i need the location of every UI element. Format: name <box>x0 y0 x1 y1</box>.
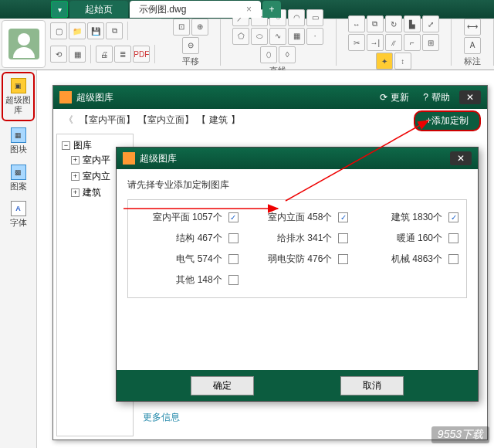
checkbox-row[interactable]: 弱电安防 476个 <box>246 253 349 266</box>
copy-button[interactable]: ⧉ <box>367 15 384 32</box>
ribbon-group-modify: ↔ ⧉ ↻ ▙ ⤢ ✂ →| ⫽ ⌐ ⊞ ✦ ↕ <box>337 19 452 66</box>
checkbox-label: 结构 467个 <box>176 232 222 245</box>
checkbox[interactable] <box>228 233 239 243</box>
checkbox[interactable] <box>228 275 239 285</box>
user-avatar[interactable] <box>2 20 46 68</box>
rotate-button[interactable]: ↻ <box>385 15 402 32</box>
checkbox-label: 室内平面 1057个 <box>153 211 222 224</box>
spline-button[interactable]: ∿ <box>269 28 286 45</box>
checkbox[interactable] <box>448 254 458 264</box>
ok-button[interactable]: 确定 <box>191 376 254 395</box>
dropdown-button[interactable]: ▾ <box>51 1 68 18</box>
dim-linear-button[interactable]: ⟷ <box>464 19 481 36</box>
layers-button[interactable]: ≣ <box>114 46 131 63</box>
tab-label: 起始页 <box>85 3 113 16</box>
new-tab-button[interactable]: + <box>262 1 281 18</box>
hatch-button[interactable]: ▦ <box>288 28 305 45</box>
tab-start[interactable]: 起始页 <box>69 1 128 18</box>
pdf-button[interactable]: PDF <box>133 46 150 63</box>
expand-icon[interactable]: + <box>71 172 80 181</box>
breadcrumb-item[interactable]: 【室内平面】 <box>80 114 135 127</box>
panel-title: 超级图库 <box>76 91 113 104</box>
checkbox[interactable]: ✓ <box>228 212 239 222</box>
sidebar-item-label: 图案 <box>10 182 27 192</box>
cancel-button[interactable]: 取消 <box>340 376 404 395</box>
checkbox[interactable] <box>228 254 239 264</box>
trim-button[interactable]: ✂ <box>348 34 365 51</box>
checkbox-row[interactable]: 室内立面 458个✓ <box>246 211 349 224</box>
checkbox[interactable]: ✓ <box>338 212 348 222</box>
polygon-button[interactable]: ⬠ <box>232 28 249 45</box>
checkbox-row[interactable]: 结构 467个 <box>136 232 239 245</box>
expand-icon[interactable]: + <box>71 156 80 165</box>
help-label: 帮助 <box>431 91 450 104</box>
undo-button[interactable]: ⟲ <box>50 46 67 63</box>
refresh-button[interactable]: ⟳ 更新 <box>375 91 414 104</box>
checkbox[interactable] <box>338 254 348 264</box>
point-button[interactable]: · <box>306 28 323 45</box>
panel-icon <box>59 91 72 104</box>
ellipse2-button[interactable]: ⬯ <box>260 46 277 63</box>
scale-button[interactable]: ⤢ <box>422 15 439 32</box>
checkbox[interactable] <box>448 233 458 243</box>
add-custom-button[interactable]: +添加定制 <box>414 110 481 131</box>
close-icon[interactable]: × <box>246 4 252 15</box>
ribbon: ▢ 📁 💾 ⧉ ⟲ ▦ 🖨 ≣ PDF ⊡ ⊕ ⊖ 平移 ／ <box>0 19 494 70</box>
breadcrumb-back[interactable]: 《 <box>61 114 76 127</box>
new-file-button[interactable]: ▢ <box>50 22 67 39</box>
zoom-in-button[interactable]: ⊕ <box>191 19 208 36</box>
zoom-window-button[interactable]: ⊡ <box>173 19 190 36</box>
tab-active-file[interactable]: 示例图.dwg × <box>130 1 261 18</box>
sidebar-item-blocks[interactable]: ▦ 图块 <box>0 123 36 159</box>
breadcrumb-item: 】 <box>231 114 240 127</box>
stretch-button[interactable]: ↕ <box>394 53 411 70</box>
blocks-icon: ▦ <box>11 127 26 143</box>
sidebar-item-super-library[interactable]: ▣ 超级图库 <box>2 72 35 121</box>
checkbox[interactable] <box>338 233 348 243</box>
mirror-button[interactable]: ▙ <box>404 15 421 32</box>
arc-button[interactable]: ◠ <box>288 9 305 26</box>
offset-button[interactable]: ⫽ <box>385 34 402 51</box>
dialog-close-button[interactable]: ✕ <box>450 151 472 165</box>
breadcrumb-item[interactable]: 建筑 <box>209 114 228 127</box>
tree-node-label: 建筑 <box>83 186 101 199</box>
sidebar-item-fonts[interactable]: 字体 <box>0 196 36 232</box>
checkbox-row[interactable]: 给排水 341个 <box>246 232 349 245</box>
dialog-title: 超级图库 <box>140 152 177 165</box>
checkbox-label: 电气 574个 <box>176 253 222 266</box>
zoom-out-button[interactable]: ⊖ <box>182 37 199 54</box>
checkbox-row[interactable]: 室内平面 1057个✓ <box>136 211 239 224</box>
checkbox-label: 其他 148个 <box>176 273 222 287</box>
extend-button[interactable]: →| <box>367 34 384 51</box>
help-button[interactable]: ? 帮助 <box>418 91 455 104</box>
close-button[interactable]: ✕ <box>459 90 481 104</box>
open-file-button[interactable]: 📁 <box>69 22 86 39</box>
region-button[interactable]: ◊ <box>279 46 296 63</box>
checkbox-row[interactable]: 电气 574个 <box>136 253 239 266</box>
redo-button[interactable]: ▦ <box>69 46 86 63</box>
print-button[interactable]: 🖨 <box>96 46 113 63</box>
checkbox-row[interactable]: 其他 148个 <box>136 273 239 287</box>
dialog-prompt: 请先择专业添加定制图库 <box>127 178 467 192</box>
move-button[interactable]: ↔ <box>348 15 365 32</box>
text-button[interactable]: A <box>464 37 481 54</box>
watermark: 9553下载 <box>431 426 489 443</box>
sidebar-item-patterns[interactable]: ▩ 图案 <box>0 160 36 196</box>
collapse-icon[interactable]: − <box>62 141 70 150</box>
save-button[interactable]: 💾 <box>87 22 104 39</box>
checkbox-row[interactable]: 建筑 1830个✓ <box>356 211 458 224</box>
expand-icon[interactable]: + <box>71 188 80 197</box>
checkbox-row[interactable]: 机械 4863个 <box>356 253 458 266</box>
checkbox-row[interactable]: 暖通 160个 <box>356 232 458 245</box>
ellipse-button[interactable]: ⬭ <box>251 28 268 45</box>
more-info-link[interactable]: 更多信息 <box>143 411 481 424</box>
pattern-icon: ▩ <box>11 165 26 180</box>
breadcrumb-item[interactable]: 【室内立面】 <box>138 114 194 127</box>
checkbox-label: 机械 4863个 <box>391 253 442 266</box>
array-button[interactable]: ⊞ <box>422 34 439 51</box>
rect-button[interactable]: ▭ <box>306 9 323 26</box>
fillet-button[interactable]: ⌐ <box>404 34 421 51</box>
explode-button[interactable]: ✦ <box>376 53 393 70</box>
save-multi-button[interactable]: ⧉ <box>106 22 123 39</box>
checkbox[interactable]: ✓ <box>448 212 458 222</box>
